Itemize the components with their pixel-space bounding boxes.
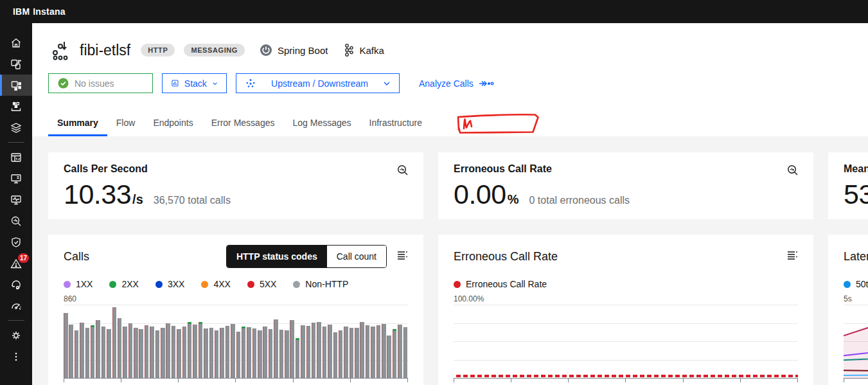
call-bar [247, 327, 251, 378]
sidebar-item-events[interactable]: 17 [0, 253, 32, 274]
analyze-calls-link[interactable]: Analyze Calls [419, 78, 494, 89]
legend-item-2xx[interactable]: 2XX [109, 279, 138, 289]
legend-dot [201, 281, 208, 288]
call-bar [150, 327, 154, 378]
call-bar [393, 329, 397, 378]
metric-title: Erroneous Call Rate [454, 163, 798, 175]
sidebar-item-slo[interactable] [0, 295, 32, 316]
legend-item-erroneous-call-rate[interactable]: Erroneous Call Rate [454, 279, 547, 289]
call-bar [301, 325, 305, 378]
analyze-calls-icon [479, 80, 494, 87]
no-issues-label: No issues [75, 78, 114, 89]
call-bar [333, 332, 338, 378]
service-title-row: fibi-etlsf HTTP MESSAGING Spring Boot Ka… [32, 23, 868, 60]
sidebar-item-synthetic-monitoring[interactable] [0, 189, 32, 210]
legend-item-1xx[interactable]: 1XX [64, 279, 93, 289]
sidebar-item-dashboards[interactable] [0, 147, 32, 168]
bar-2xx-cap [188, 322, 192, 324]
sidebar-item-home[interactable] [0, 32, 32, 53]
legend-item-3xx[interactable]: 3XX [155, 279, 184, 289]
sidebar-item-infrastructure[interactable] [0, 117, 32, 138]
top-bar: IBMInstana [0, 0, 868, 23]
call-bar [323, 327, 327, 378]
latency-series-svg [844, 305, 868, 379]
infrastructure-stack-icon [10, 121, 22, 134]
legend-label: 3XX [168, 279, 184, 289]
tech-label: Spring Boot [278, 45, 328, 56]
call-bar [231, 324, 235, 378]
bar-series [64, 305, 408, 378]
tab-log-messages[interactable]: Log Messages [283, 111, 360, 136]
call-bar [161, 328, 165, 378]
call-bar [263, 327, 267, 378]
sidebar-item-applications[interactable] [0, 75, 32, 96]
tab-summary[interactable]: Summary [48, 111, 107, 136]
sidebar-item-websites-mobile[interactable] [0, 53, 32, 75]
gauge-icon [10, 300, 22, 312]
call-bar [350, 328, 354, 378]
magnify-analyze-icon[interactable] [396, 164, 409, 179]
y-axis-max-label: 100.00% [454, 294, 798, 303]
sidebar-item-vm-hosts[interactable] [0, 168, 32, 189]
tab-label: Error Messages [211, 118, 275, 128]
sidebar-item-settings[interactable] [0, 325, 32, 346]
call-bar [252, 328, 257, 378]
sidebar-item-security[interactable] [0, 231, 32, 253]
stack-dropdown[interactable]: Stack [162, 73, 227, 93]
legend-item-5xx[interactable]: 5XX [247, 279, 276, 289]
no-issues-button[interactable]: No issues [48, 73, 153, 93]
metric-subtext: 0 total erroneous calls [529, 195, 630, 206]
sidebar-item-more[interactable] [0, 346, 32, 367]
shield-check-icon [10, 236, 22, 249]
legend-item-4xx[interactable]: 4XX [201, 279, 230, 289]
tech-kafka[interactable]: Kafka [342, 43, 384, 57]
call-bar [344, 327, 348, 378]
call-bar [360, 322, 364, 378]
call-bar [107, 329, 111, 378]
gridline [454, 305, 798, 305]
sidebar-item-analytics[interactable] [0, 210, 32, 231]
chart-options-icon[interactable] [787, 251, 798, 263]
legend-label: 2XX [121, 279, 138, 289]
charts-row: Calls HTTP status codes Call count 1XX 2… [48, 235, 868, 385]
magnify-analyze-icon[interactable] [786, 164, 799, 179]
chart-title: Erroneous Call Rate [454, 250, 777, 264]
chart-card-calls: Calls HTTP status codes Call count 1XX 2… [48, 235, 423, 385]
bar-2xx-cap [296, 338, 300, 340]
call-bar [285, 330, 289, 378]
axis-tick [625, 379, 626, 382]
toolbar: No issues Stack Upstream / Downstream An… [32, 60, 868, 93]
brand-logo[interactable]: IBMInstana [13, 6, 66, 17]
legend-label: 5XX [260, 279, 276, 289]
legend-item-non-http[interactable]: Non-HTTP [293, 279, 348, 289]
tab-flow[interactable]: Flow [107, 111, 145, 136]
upstream-downstream-dropdown[interactable]: Upstream / Downstream [236, 73, 400, 93]
call-bar [123, 327, 127, 378]
tab-infrastructure[interactable]: Infrastructure [360, 111, 431, 136]
toggle-http-status-codes[interactable]: HTTP status codes [227, 246, 327, 267]
legend-label: 1XX [76, 279, 93, 289]
axis-tick [740, 379, 741, 382]
chevron-down-icon [213, 82, 217, 85]
legend-item-50th-percentile[interactable]: 50th Percentile [844, 279, 868, 289]
kafka-icon [342, 43, 355, 57]
tech-spring-boot[interactable]: Spring Boot [259, 43, 328, 57]
legend-dot [454, 281, 461, 288]
call-bar [199, 322, 203, 378]
chart-card-erroneous-call-rate: Erroneous Call Rate Erroneous Call Rate … [438, 235, 813, 385]
legend-dot [293, 281, 300, 288]
tab-endpoints[interactable]: Endpoints [144, 111, 202, 136]
call-bar [128, 323, 133, 378]
sidebar-item-platforms[interactable] [0, 96, 32, 117]
chart-options-icon[interactable] [397, 251, 408, 263]
legend-label: Non-HTTP [305, 279, 348, 289]
sidebar-item-automation[interactable] [0, 274, 32, 295]
axis-tick [568, 379, 569, 382]
y-axis-max-label: 5s [844, 294, 868, 303]
upstream-downstream-label: Upstream / Downstream [271, 78, 368, 89]
latency-line-plot [844, 305, 868, 379]
tab-error-messages[interactable]: Error Messages [202, 111, 284, 136]
spring-boot-icon [259, 43, 273, 57]
toggle-call-count[interactable]: Call count [327, 246, 386, 267]
axis-tick [454, 379, 454, 382]
